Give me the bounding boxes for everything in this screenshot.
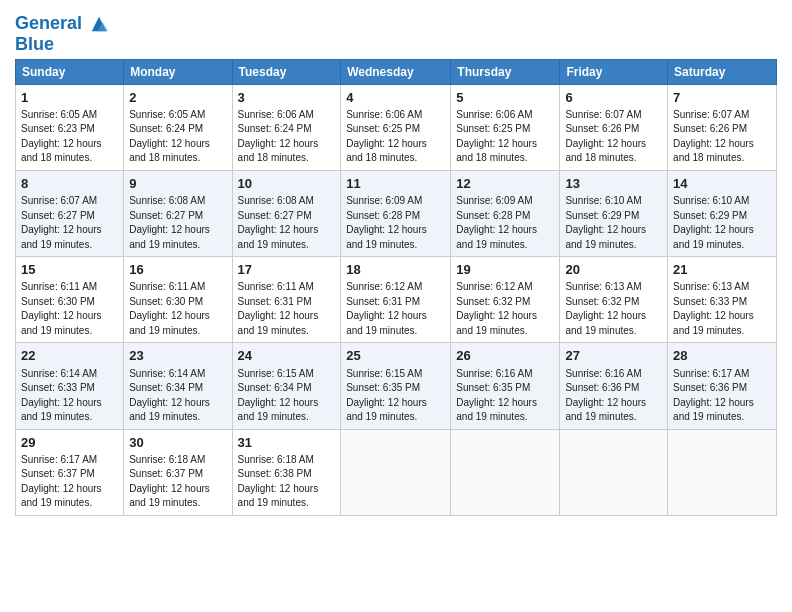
- day-info: Sunrise: 6:16 AMSunset: 6:36 PMDaylight:…: [565, 368, 646, 423]
- calendar-cell: 4 Sunrise: 6:06 AMSunset: 6:25 PMDayligh…: [341, 84, 451, 170]
- calendar-week: 15 Sunrise: 6:11 AMSunset: 6:30 PMDaylig…: [16, 257, 777, 343]
- calendar-cell: 2 Sunrise: 6:05 AMSunset: 6:24 PMDayligh…: [124, 84, 232, 170]
- day-number: 16: [129, 261, 226, 279]
- calendar-cell: 12 Sunrise: 6:09 AMSunset: 6:28 PMDaylig…: [451, 170, 560, 256]
- calendar-cell: 10 Sunrise: 6:08 AMSunset: 6:27 PMDaylig…: [232, 170, 341, 256]
- page: General Blue SundayMondayTuesdayWednesda…: [0, 0, 792, 612]
- day-info: Sunrise: 6:10 AMSunset: 6:29 PMDaylight:…: [673, 195, 754, 250]
- day-number: 22: [21, 347, 118, 365]
- day-number: 18: [346, 261, 445, 279]
- calendar-week: 8 Sunrise: 6:07 AMSunset: 6:27 PMDayligh…: [16, 170, 777, 256]
- calendar-cell: 24 Sunrise: 6:15 AMSunset: 6:34 PMDaylig…: [232, 343, 341, 429]
- day-number: 25: [346, 347, 445, 365]
- day-info: Sunrise: 6:05 AMSunset: 6:24 PMDaylight:…: [129, 109, 210, 164]
- day-info: Sunrise: 6:11 AMSunset: 6:31 PMDaylight:…: [238, 281, 319, 336]
- day-number: 28: [673, 347, 771, 365]
- day-info: Sunrise: 6:06 AMSunset: 6:25 PMDaylight:…: [456, 109, 537, 164]
- day-info: Sunrise: 6:08 AMSunset: 6:27 PMDaylight:…: [129, 195, 210, 250]
- logo-icon: [90, 15, 108, 33]
- day-number: 14: [673, 175, 771, 193]
- day-number: 29: [21, 434, 118, 452]
- calendar-cell: 6 Sunrise: 6:07 AMSunset: 6:26 PMDayligh…: [560, 84, 668, 170]
- dow-header: Friday: [560, 59, 668, 84]
- calendar-cell: 28 Sunrise: 6:17 AMSunset: 6:36 PMDaylig…: [668, 343, 777, 429]
- calendar-cell: 13 Sunrise: 6:10 AMSunset: 6:29 PMDaylig…: [560, 170, 668, 256]
- day-number: 3: [238, 89, 336, 107]
- day-number: 26: [456, 347, 554, 365]
- calendar-cell: 22 Sunrise: 6:14 AMSunset: 6:33 PMDaylig…: [16, 343, 124, 429]
- dow-header: Wednesday: [341, 59, 451, 84]
- calendar-cell: 30 Sunrise: 6:18 AMSunset: 6:37 PMDaylig…: [124, 429, 232, 515]
- day-number: 23: [129, 347, 226, 365]
- day-info: Sunrise: 6:06 AMSunset: 6:25 PMDaylight:…: [346, 109, 427, 164]
- day-number: 2: [129, 89, 226, 107]
- day-number: 5: [456, 89, 554, 107]
- calendar-cell: [341, 429, 451, 515]
- day-info: Sunrise: 6:09 AMSunset: 6:28 PMDaylight:…: [456, 195, 537, 250]
- calendar-cell: [451, 429, 560, 515]
- dow-header: Monday: [124, 59, 232, 84]
- calendar-cell: 21 Sunrise: 6:13 AMSunset: 6:33 PMDaylig…: [668, 257, 777, 343]
- header: General Blue: [15, 10, 777, 55]
- day-number: 11: [346, 175, 445, 193]
- day-info: Sunrise: 6:07 AMSunset: 6:27 PMDaylight:…: [21, 195, 102, 250]
- day-number: 1: [21, 89, 118, 107]
- calendar-cell: 11 Sunrise: 6:09 AMSunset: 6:28 PMDaylig…: [341, 170, 451, 256]
- calendar-cell: 29 Sunrise: 6:17 AMSunset: 6:37 PMDaylig…: [16, 429, 124, 515]
- day-info: Sunrise: 6:16 AMSunset: 6:35 PMDaylight:…: [456, 368, 537, 423]
- day-info: Sunrise: 6:13 AMSunset: 6:32 PMDaylight:…: [565, 281, 646, 336]
- day-info: Sunrise: 6:13 AMSunset: 6:33 PMDaylight:…: [673, 281, 754, 336]
- day-info: Sunrise: 6:05 AMSunset: 6:23 PMDaylight:…: [21, 109, 102, 164]
- calendar-cell: 19 Sunrise: 6:12 AMSunset: 6:32 PMDaylig…: [451, 257, 560, 343]
- calendar-cell: 18 Sunrise: 6:12 AMSunset: 6:31 PMDaylig…: [341, 257, 451, 343]
- day-info: Sunrise: 6:18 AMSunset: 6:38 PMDaylight:…: [238, 454, 319, 509]
- calendar-cell: 8 Sunrise: 6:07 AMSunset: 6:27 PMDayligh…: [16, 170, 124, 256]
- day-number: 31: [238, 434, 336, 452]
- day-number: 30: [129, 434, 226, 452]
- day-info: Sunrise: 6:07 AMSunset: 6:26 PMDaylight:…: [565, 109, 646, 164]
- dow-header: Tuesday: [232, 59, 341, 84]
- calendar-cell: [668, 429, 777, 515]
- day-info: Sunrise: 6:12 AMSunset: 6:32 PMDaylight:…: [456, 281, 537, 336]
- dow-header: Saturday: [668, 59, 777, 84]
- day-info: Sunrise: 6:18 AMSunset: 6:37 PMDaylight:…: [129, 454, 210, 509]
- calendar-cell: 17 Sunrise: 6:11 AMSunset: 6:31 PMDaylig…: [232, 257, 341, 343]
- day-info: Sunrise: 6:17 AMSunset: 6:37 PMDaylight:…: [21, 454, 102, 509]
- calendar-week: 22 Sunrise: 6:14 AMSunset: 6:33 PMDaylig…: [16, 343, 777, 429]
- day-number: 19: [456, 261, 554, 279]
- calendar-cell: 27 Sunrise: 6:16 AMSunset: 6:36 PMDaylig…: [560, 343, 668, 429]
- calendar-body: 1 Sunrise: 6:05 AMSunset: 6:23 PMDayligh…: [16, 84, 777, 515]
- day-info: Sunrise: 6:07 AMSunset: 6:26 PMDaylight:…: [673, 109, 754, 164]
- day-number: 7: [673, 89, 771, 107]
- calendar-cell: 20 Sunrise: 6:13 AMSunset: 6:32 PMDaylig…: [560, 257, 668, 343]
- calendar-week: 29 Sunrise: 6:17 AMSunset: 6:37 PMDaylig…: [16, 429, 777, 515]
- day-number: 8: [21, 175, 118, 193]
- day-info: Sunrise: 6:09 AMSunset: 6:28 PMDaylight:…: [346, 195, 427, 250]
- calendar-cell: 3 Sunrise: 6:06 AMSunset: 6:24 PMDayligh…: [232, 84, 341, 170]
- day-number: 10: [238, 175, 336, 193]
- dow-header: Thursday: [451, 59, 560, 84]
- day-info: Sunrise: 6:14 AMSunset: 6:34 PMDaylight:…: [129, 368, 210, 423]
- day-info: Sunrise: 6:08 AMSunset: 6:27 PMDaylight:…: [238, 195, 319, 250]
- day-number: 24: [238, 347, 336, 365]
- calendar-cell: 25 Sunrise: 6:15 AMSunset: 6:35 PMDaylig…: [341, 343, 451, 429]
- calendar-cell: 9 Sunrise: 6:08 AMSunset: 6:27 PMDayligh…: [124, 170, 232, 256]
- logo-blue: Blue: [15, 34, 108, 55]
- day-number: 21: [673, 261, 771, 279]
- day-number: 6: [565, 89, 662, 107]
- day-info: Sunrise: 6:11 AMSunset: 6:30 PMDaylight:…: [21, 281, 102, 336]
- calendar-table: SundayMondayTuesdayWednesdayThursdayFrid…: [15, 59, 777, 516]
- day-info: Sunrise: 6:10 AMSunset: 6:29 PMDaylight:…: [565, 195, 646, 250]
- calendar-cell: 1 Sunrise: 6:05 AMSunset: 6:23 PMDayligh…: [16, 84, 124, 170]
- day-info: Sunrise: 6:15 AMSunset: 6:34 PMDaylight:…: [238, 368, 319, 423]
- calendar-week: 1 Sunrise: 6:05 AMSunset: 6:23 PMDayligh…: [16, 84, 777, 170]
- day-info: Sunrise: 6:17 AMSunset: 6:36 PMDaylight:…: [673, 368, 754, 423]
- day-number: 9: [129, 175, 226, 193]
- calendar-cell: 16 Sunrise: 6:11 AMSunset: 6:30 PMDaylig…: [124, 257, 232, 343]
- calendar-cell: 14 Sunrise: 6:10 AMSunset: 6:29 PMDaylig…: [668, 170, 777, 256]
- day-info: Sunrise: 6:11 AMSunset: 6:30 PMDaylight:…: [129, 281, 210, 336]
- days-of-week-row: SundayMondayTuesdayWednesdayThursdayFrid…: [16, 59, 777, 84]
- day-number: 12: [456, 175, 554, 193]
- calendar-cell: [560, 429, 668, 515]
- day-number: 17: [238, 261, 336, 279]
